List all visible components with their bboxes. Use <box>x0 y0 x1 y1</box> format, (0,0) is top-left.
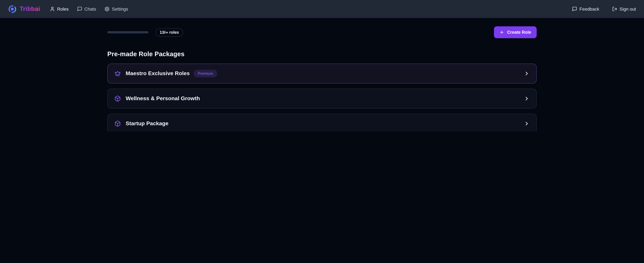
roles-limit-row: 13/∞ roles Create Role <box>107 26 537 38</box>
package-row-wellness[interactable]: Wellness & Personal Growth <box>107 89 537 109</box>
app-root: Tribbai Roles Chats Settings <box>0 0 644 131</box>
nav-item-label: Chats <box>84 6 96 11</box>
package-row-startup[interactable]: Startup Package <box>107 114 537 131</box>
nav-item-chats[interactable]: Chats <box>77 6 96 11</box>
chevron-right-icon <box>524 71 530 76</box>
tribbai-logo-icon <box>8 5 17 13</box>
brand-logo[interactable]: Tribbai <box>8 5 40 13</box>
user-icon <box>50 6 55 11</box>
message-square-icon <box>77 6 82 11</box>
sign-out-icon <box>612 6 617 11</box>
chevron-right-icon <box>524 96 530 101</box>
create-role-label: Create Role <box>507 30 531 35</box>
premium-badge: Premium <box>194 70 218 77</box>
package-title: Startup Package <box>126 120 168 127</box>
package-icon <box>114 95 121 102</box>
package-row-maestro[interactable]: Maestro Exclusive Roles Premium <box>107 64 537 83</box>
nav-links: Roles Chats Settings <box>50 6 128 11</box>
package-list: Maestro Exclusive Roles Premium Wellness… <box>107 64 537 131</box>
nav-item-settings[interactable]: Settings <box>104 6 128 11</box>
plus-icon <box>500 30 504 35</box>
chevron-right-icon <box>524 121 530 127</box>
feedback-label: Feedback <box>580 6 599 11</box>
nav-item-label: Roles <box>57 6 68 11</box>
sign-out-button[interactable]: Sign out <box>612 6 636 11</box>
package-icon <box>114 120 121 127</box>
top-navbar: Tribbai Roles Chats Settings <box>0 0 644 18</box>
sign-out-label: Sign out <box>620 6 636 11</box>
package-title: Wellness & Personal Growth <box>126 95 200 102</box>
crown-icon <box>114 70 121 77</box>
packages-heading: Pre-made Role Packages <box>107 50 537 58</box>
package-title: Maestro Exclusive Roles <box>126 70 190 77</box>
feedback-button[interactable]: Feedback <box>572 6 599 11</box>
roles-count-badge: 13/∞ roles <box>156 28 183 36</box>
create-role-button[interactable]: Create Role <box>494 26 537 38</box>
nav-item-roles[interactable]: Roles <box>50 6 68 11</box>
roles-progress-bar <box>107 31 148 33</box>
nav-right: Feedback Sign out <box>572 6 636 11</box>
main-content: 13/∞ roles Create Role Pre-made Role Pac… <box>107 26 537 131</box>
gear-icon <box>104 6 110 11</box>
brand-wordmark: Tribbai <box>20 5 40 12</box>
nav-item-label: Settings <box>112 6 128 11</box>
message-square-icon <box>572 6 577 11</box>
